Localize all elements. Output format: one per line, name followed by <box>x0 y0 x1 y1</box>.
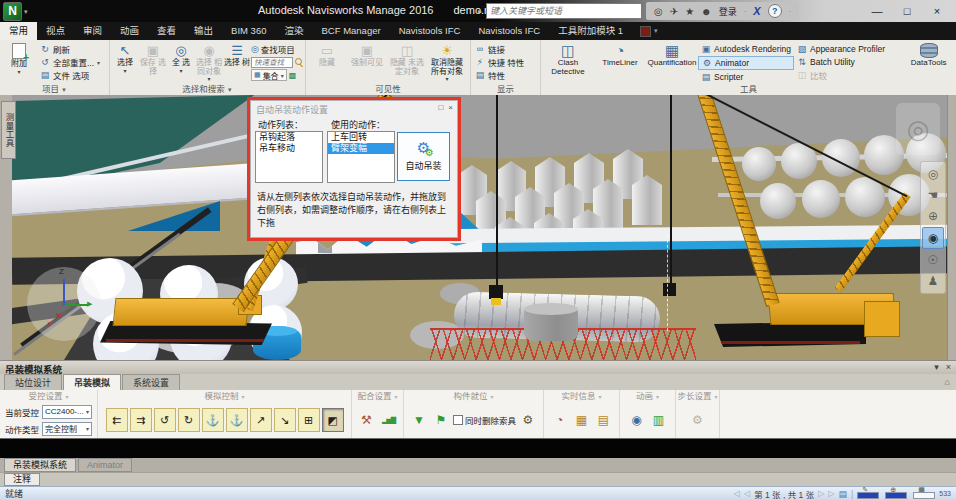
clipboard-info-button[interactable]: ▤ <box>594 409 614 431</box>
used-action-item[interactable]: 臂架变幅 <box>328 143 394 154</box>
look-around-tool[interactable]: ☉ <box>923 250 943 270</box>
properties-button[interactable]: ▤ 特性 <box>472 69 527 81</box>
crane-move-backward-button[interactable]: ⇉ <box>130 408 152 432</box>
select-all-button[interactable]: ◎ 全 选 ▾ <box>167 41 195 83</box>
autodesk-rendering-button[interactable]: ▣ Autodesk Rendering <box>698 43 794 55</box>
attach-button[interactable]: 附加 ▾ <box>1 41 37 83</box>
minimize-button[interactable]: — <box>862 0 892 22</box>
place-component-button[interactable]: ▼ <box>409 409 429 431</box>
next-sheet-button[interactable]: ▷ <box>818 489 824 498</box>
realtime-report-button[interactable]: ◔ <box>550 409 570 431</box>
hide-button[interactable]: ▭ 隐藏 <box>307 41 347 83</box>
timeliner-button[interactable]: ◔ TimeLiner <box>594 41 646 83</box>
ribbon-tab[interactable]: 审阅 <box>74 22 111 40</box>
clash-detective-button[interactable]: ◫ Clash Detective <box>542 41 594 83</box>
save-selection-button[interactable]: ▣ 保存 选择 <box>139 41 167 83</box>
finish-flag-button[interactable]: ⚑ <box>431 409 451 431</box>
luff-up-button[interactable]: ↗ <box>250 408 272 432</box>
group-label-tools[interactable]: 工具 <box>541 83 956 95</box>
ribbon-tab[interactable]: 查看 <box>148 22 185 40</box>
luff-down-button[interactable]: ↘ <box>274 408 296 432</box>
ribbon-tab[interactable]: 常用 <box>0 22 37 40</box>
help-icon[interactable]: ? <box>768 4 782 18</box>
prev-sheet-button[interactable]: ◁ <box>744 489 750 498</box>
favorites-star-icon[interactable]: ★ <box>685 6 694 17</box>
ribbon-tab[interactable]: BIM 360 <box>222 22 275 40</box>
group-label-project[interactable]: 项目▼ <box>0 83 109 95</box>
refresh-button[interactable]: ↻ 刷新 <box>37 43 103 55</box>
application-menu-button[interactable]: N ▾ <box>3 2 28 21</box>
quantification-button[interactable]: ▦ Quantification <box>646 41 698 83</box>
quick-properties-button[interactable]: ⚡ 快捷 特性 <box>472 56 527 68</box>
dialog-restore-icon[interactable]: □ <box>438 103 443 112</box>
infocenter-toggle-icon[interactable]: ▸ <box>478 7 482 16</box>
statistics-button[interactable]: ▂▅▇ <box>379 409 399 431</box>
schedule-grid-button[interactable]: ▦ <box>572 409 592 431</box>
quick-find-search-icon[interactable] <box>295 58 304 67</box>
pan-tool[interactable]: ☚ <box>923 185 943 205</box>
file-options-button[interactable]: ▤ 文件 选项 <box>37 69 103 81</box>
first-sheet-button[interactable]: ◁ <box>734 489 740 498</box>
panel-home-icon[interactable]: ⌂ <box>945 377 950 387</box>
action-list-item[interactable]: 吊车移动 <box>256 143 322 154</box>
batch-utility-button[interactable]: ⇅ Batch Utility <box>794 56 888 68</box>
dock-tab[interactable]: Animator <box>78 458 132 472</box>
dialog-title[interactable]: 自动吊装动作设置 <box>251 101 457 118</box>
navigation-wheel-ghost[interactable]: ◎ <box>896 103 940 155</box>
hook-lower-button[interactable]: ⚓ <box>202 408 224 432</box>
ribbon-tab[interactable]: 视点 <box>37 22 74 40</box>
last-sheet-button[interactable]: ▷ <box>828 489 834 498</box>
action-list-item[interactable]: 吊钩起落 <box>256 132 322 143</box>
ribbon-tab[interactable]: BCF Manager <box>313 22 390 40</box>
slew-cw-button[interactable]: ↻ <box>178 408 200 432</box>
communication-center-icon[interactable]: ✈ <box>670 6 678 17</box>
ribbon-tab[interactable]: 渲染 <box>275 22 312 40</box>
maximize-button[interactable]: □ <box>892 0 922 22</box>
panel-pin-icon[interactable]: ▾ <box>934 362 939 372</box>
used-action-item[interactable]: 上车回转 <box>328 132 394 143</box>
ribbon-tab[interactable]: 动画 <box>111 22 148 40</box>
annotation-tab[interactable]: 注释 <box>4 473 40 486</box>
sign-in-button[interactable]: 登录 <box>719 5 737 18</box>
reset-all-button[interactable]: ↺ 全部重置... ▾ <box>37 56 103 68</box>
find-items-button[interactable]: ◎ 查找项目 <box>251 43 304 55</box>
slew-ccw-button[interactable]: ↺ <box>154 408 176 432</box>
action-type-select[interactable]: 完全控制▾ <box>42 422 92 436</box>
export-animation-button[interactable]: ▥ <box>649 409 669 431</box>
sheet-browser-icon[interactable]: ▤ <box>838 489 847 499</box>
compare-button[interactable]: ◫ 比较 <box>794 69 888 81</box>
exchange-apps-icon[interactable]: X <box>753 5 760 17</box>
group-label-visibility[interactable]: 可见性 <box>306 83 470 95</box>
infocenter-search-input[interactable] <box>486 3 642 19</box>
zoom-tool[interactable]: ⊕ <box>923 206 943 226</box>
links-button[interactable]: ∞ 链接 <box>472 43 527 55</box>
rigging-settings-button[interactable]: ⚙ <box>518 409 538 431</box>
close-button[interactable]: × <box>922 0 952 22</box>
ribbon-display-toggle[interactable]: ▾ <box>640 22 658 40</box>
auto-hoist-button[interactable]: ⚙ ⚙ 自动吊装 <box>397 132 450 181</box>
scripter-button[interactable]: ▤ Scripter <box>698 71 794 83</box>
remove-rigging-checkbox[interactable] <box>453 415 463 425</box>
animator-button[interactable]: ⚙ Animator <box>698 56 794 70</box>
appearance-profiler-button[interactable]: ▧ Appearance Profiler <box>794 43 888 55</box>
search-icon[interactable]: ◎ <box>654 6 663 17</box>
ribbon-tab[interactable]: Navistools IFC <box>469 22 549 40</box>
select-same-button[interactable]: ◉ 选择 相同对象 ▾ <box>195 41 223 83</box>
coordination-tools-button[interactable]: ⚒ <box>357 409 377 431</box>
hide-unselected-button[interactable]: ◫ 隐藏 未选定对象 <box>387 41 427 83</box>
crane-move-forward-button[interactable]: ⇇ <box>106 408 128 432</box>
unhide-all-button[interactable]: ☀ 取消隐藏 所有对象 ▾ <box>427 41 467 83</box>
require-visible-button[interactable]: ▣ 强制可见 <box>347 41 387 83</box>
step-settings-button[interactable]: ⚙ <box>688 409 708 431</box>
ribbon-tab[interactable]: 输出 <box>185 22 222 40</box>
sim-panel-tab[interactable]: 系统设置 <box>122 374 180 390</box>
ribbon-tab[interactable]: 工具附加模块 1 <box>549 22 632 40</box>
hook-raise-button[interactable]: ⚓ <box>226 408 248 432</box>
orbit-tool[interactable]: ◉ <box>922 227 944 249</box>
sets-dropdown[interactable]: ▦ 集合 ▾ <box>251 69 287 81</box>
sim-panel-tab[interactable]: 站位设计 <box>4 374 62 390</box>
ribbon-tab[interactable]: Navistools IFC <box>390 22 470 40</box>
add-action-button[interactable]: ⊞ <box>298 408 320 432</box>
measure-tools-tab[interactable]: 测量工具 <box>1 101 16 159</box>
group-label-display[interactable]: 显示 <box>471 83 540 95</box>
